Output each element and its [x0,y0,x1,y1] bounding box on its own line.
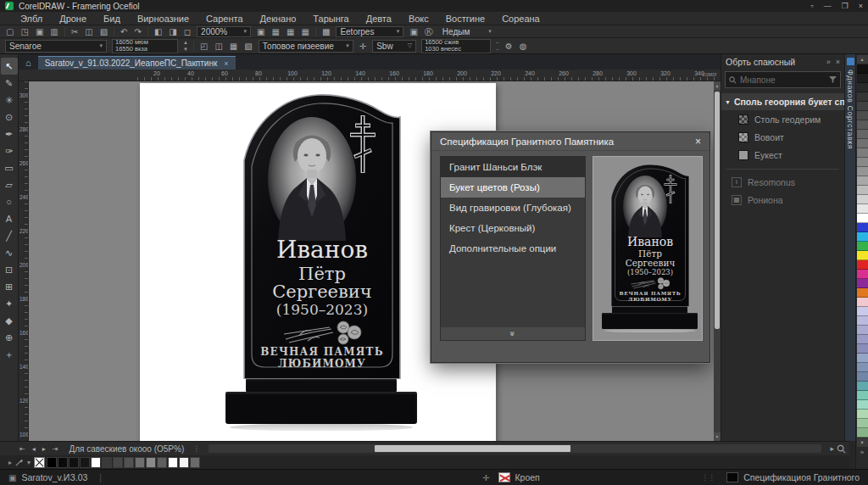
palette-color[interactable] [857,335,868,344]
redo-icon[interactable]: ↷ [134,26,142,37]
smear-tool[interactable]: ✳ [1,92,18,109]
docker-extra-item-0[interactable]: i Resomonus [721,173,844,191]
options-icon[interactable]: ▩ [321,26,331,37]
menu-item-10[interactable]: Сореана [493,14,548,24]
size-minus-icon[interactable]: − [496,39,499,46]
palette-color[interactable] [857,74,868,83]
dialog-item-cross[interactable]: Крест (Церковный) [441,218,585,238]
duplicate-icon[interactable]: ◫ [214,41,223,52]
menu-item-7[interactable]: Девта [358,14,400,24]
zoom-tool[interactable]: ⊙ [1,109,18,125]
palette-color[interactable] [113,457,123,468]
new-document-icon[interactable]: ▢ [5,26,14,37]
full-page-icon[interactable]: ▣ [256,26,265,37]
import-icon[interactable]: ◧ [153,26,163,37]
object-size-fields[interactable]: 16500 сжив1030 внесес [421,39,491,53]
palette-color[interactable] [857,316,868,326]
copy-icon[interactable]: ◫ [84,26,93,37]
drawing-mode-dropdown[interactable]: Топовое пизеевие▾ [259,40,353,53]
launch-icon[interactable]: ▣ [409,26,418,37]
palette-color[interactable] [80,457,90,468]
palette-color[interactable] [91,457,101,468]
move-icon[interactable]: ✛ [359,41,367,52]
palette-color[interactable] [102,457,112,468]
splitter-handle[interactable]: ⋮ [192,444,200,453]
eyedropper-icon[interactable] [15,458,24,466]
palette-color[interactable] [857,372,868,382]
open-document-icon[interactable]: ◳ [19,26,29,37]
docker-close-icon[interactable]: × [836,58,840,66]
palette-color[interactable] [857,242,868,251]
menu-item-9[interactable]: Востгине [437,14,493,24]
grid-icon-2[interactable]: ▦ [286,26,295,37]
document-tab[interactable]: Saratov_v_91.03.2022_ИеапоеПС_Пакптинк × [38,56,236,70]
menu-item-1[interactable]: Дроне [51,14,95,24]
image-frame-tool[interactable]: ⊡ [1,261,18,278]
palette-color[interactable] [179,457,189,468]
scroll-up-icon[interactable]: ▲ [714,81,721,90]
palette-options-icon[interactable]: ▾ [25,459,32,466]
interactive-fill-tool[interactable]: ⊕ [1,329,18,346]
palette-color[interactable] [857,382,868,391]
palette-flyout-icon[interactable]: » [860,449,864,456]
polyline-tool[interactable]: ∿ [1,244,18,261]
home-tab-icon[interactable]: ⌂ [24,58,35,70]
paste-icon[interactable]: ▧ [99,26,108,37]
zoom-level-dropdown[interactable]: 2000%▾ [197,26,251,37]
palette-color[interactable] [857,139,868,148]
palette-color[interactable] [857,298,868,307]
size-minus-icon[interactable]: − [496,46,499,53]
palette-color[interactable] [857,111,868,120]
freehand-tool[interactable]: ✒ [1,125,18,142]
minimize-button[interactable]: — [824,2,832,10]
docker-side-tab[interactable]: Фднаков Соргставкя [844,54,855,441]
palette-color[interactable] [857,344,868,354]
palette-color[interactable] [857,419,868,428]
palette-color[interactable] [857,64,868,74]
docker-extra-item-1[interactable]: ▦ Рониона [721,191,844,209]
dialog-item-extra-options[interactable]: Дополнительные опции [441,238,585,259]
palette-color[interactable] [857,270,868,279]
settings-gear-icon[interactable]: ⚙ [504,41,514,52]
first-page-button[interactable]: ⇤ [17,445,28,453]
undo-icon[interactable]: ↶ [120,26,128,37]
docker-search-input[interactable]: Мнапоне [725,71,841,88]
palette-color[interactable] [857,326,868,335]
menu-item-2[interactable]: Бид [95,14,129,24]
palette-color[interactable] [857,102,868,111]
palette-scroll-up-icon[interactable]: ▲ [857,55,868,64]
horizontal-scroll-thumb[interactable] [375,445,570,452]
palette-color[interactable] [124,457,134,468]
palette-color[interactable] [857,120,868,130]
vertical-scrollbar[interactable]: ▲ ▼ [714,81,721,441]
line-tool[interactable]: ╱ [1,227,18,244]
docker-group-header[interactable]: ▼ Споль геоорния букет сполонкванный [721,93,844,110]
tab-close-icon[interactable]: × [224,59,228,68]
dialog-scroll-down-chevron[interactable]: » [441,326,585,340]
menu-item-0[interactable]: Элбл [12,14,51,24]
canvas[interactable]: Иванов Пётр Сергеевич (1950–2023) [29,81,714,441]
rectangle-tool[interactable]: ▭ [1,159,18,176]
palette-color[interactable] [157,457,167,468]
menu-item-5[interactable]: Декнано [252,14,305,24]
last-page-button[interactable]: ⇥ [50,445,61,453]
zoom-magnifier-icon[interactable] [837,444,846,454]
horizontal-ruler[interactable]: сомог 2040608010012014016018020022024026… [19,70,721,81]
preview-icon[interactable]: ◻ [183,26,192,37]
layer-icon-2[interactable]: ▧ [243,41,253,52]
palette-color[interactable] [857,195,868,204]
palette-color[interactable] [857,167,868,176]
vertical-ruler[interactable]: 300280260240220200180160140120100 [19,81,29,441]
monument[interactable]: Иванов Пётр Сергеевич (1950–2023) [225,88,417,431]
close-button[interactable]: × [859,2,863,10]
scroll-right-icon[interactable]: ▸ [830,444,834,453]
dialog-item-bouquet[interactable]: Букет цветов (Розы) [441,177,585,198]
palette-color[interactable] [857,410,868,419]
previous-page-button[interactable]: ◂ [30,445,38,453]
palette-color[interactable] [857,279,868,288]
menu-item-4[interactable]: Сарента [198,14,252,24]
palette-color[interactable] [857,176,868,186]
preview-mode-dropdown[interactable]: Недым▾ [439,26,495,37]
no-fill-swatch[interactable] [34,457,45,468]
palette-color[interactable] [857,232,868,242]
